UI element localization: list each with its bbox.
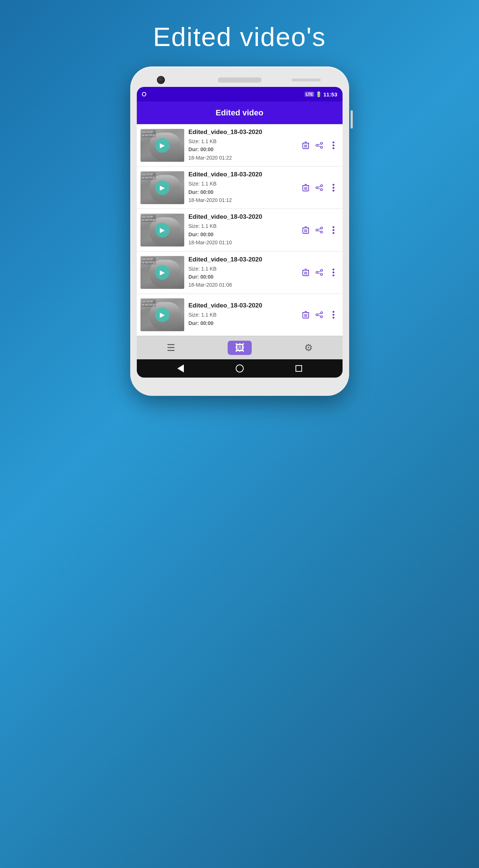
svg-point-25 [332,184,334,186]
video-list-item[interactable]: SS STOPM NOTIFIC ▶ Edited_video_18-03-20… [137,167,343,209]
thumb-overlay-text: SS STOPM NOTIFIC [142,257,156,264]
video-info: Edited_video_18-03-2020 Size: 1.1 KB Dur… [184,302,300,327]
video-name: Edited_video_18-03-2020 [189,256,298,263]
play-button[interactable]: ▶ [155,223,170,237]
video-thumbnail[interactable]: SS STOPM NOTIFIC ▶ [140,129,184,162]
action-icons-row [300,309,339,320]
svg-point-34 [320,227,322,229]
action-icons-row [300,267,339,278]
delete-button[interactable] [300,140,311,151]
recents-icon [295,365,302,372]
phone-camera [157,76,165,84]
status-bar: LTE 🔋 11:53 [137,87,343,102]
delete-button[interactable] [300,225,311,236]
svg-point-68 [332,314,334,316]
svg-point-26 [332,187,334,188]
nav-item-list[interactable]: ☰ [159,341,182,355]
video-list-item[interactable]: SS STOPM NOTIFIC ▶ Edited_video_18-03-20… [137,294,343,336]
video-thumbnail[interactable]: SS STOPM NOTIFIC ▶ [140,171,184,204]
video-info: Edited_video_18-03-2020 Size: 1.1 KB Dur… [184,171,300,204]
page-title: Edited video's [153,22,326,52]
status-right: LTE 🔋 11:53 [305,91,337,97]
bottom-nav: ☰ 🖼 ⚙ [137,336,343,359]
more-button[interactable] [328,267,339,278]
delete-button[interactable] [300,182,311,193]
lte-icon: LTE [305,92,314,97]
svg-point-12 [332,144,334,146]
svg-line-10 [317,146,320,147]
phone-top [137,77,343,83]
list-icon: ☰ [167,342,175,353]
video-meta: Size: 1.1 KB Dur: 00:00 18-Mar-2020 01:1… [189,180,298,204]
more-button[interactable] [328,182,339,193]
svg-point-49 [320,274,322,276]
gallery-icon: 🖼 [235,342,244,353]
recents-button[interactable] [295,365,302,372]
delete-button[interactable] [300,309,311,320]
back-icon [177,364,184,372]
svg-point-62 [320,311,322,314]
video-meta: Size: 1.1 KB Dur: 00:00 18-Mar-2020 01:0… [189,265,298,289]
share-button[interactable] [314,182,325,193]
back-button[interactable] [177,364,184,372]
svg-line-65 [317,313,320,314]
svg-point-40 [332,229,334,231]
svg-point-7 [320,146,322,148]
action-icons-row [300,225,339,236]
svg-line-66 [317,315,320,316]
video-name: Edited_video_18-03-2020 [189,171,298,178]
delete-button[interactable] [300,267,311,278]
nav-item-settings[interactable]: ⚙ [297,341,320,355]
video-thumbnail[interactable]: SS STOPM NOTIFIC ▶ [140,256,184,289]
nav-item-gallery[interactable]: 🖼 [228,341,252,355]
video-list-item[interactable]: SS STOPM NOTIFIC ▶ Edited_video_18-03-20… [137,209,343,251]
svg-point-41 [332,232,334,234]
more-button[interactable] [328,140,339,151]
video-actions [300,309,339,320]
video-info: Edited_video_18-03-2020 Size: 1.1 KB Dur… [184,213,300,246]
video-actions [300,182,339,193]
thumb-overlay-text: SS STOPM NOTIFIC [142,172,156,180]
video-thumbnail[interactable]: SS STOPM NOTIFIC ▶ [140,214,184,246]
app-header: Edited video [137,102,343,124]
more-button[interactable] [328,225,339,236]
video-name: Edited_video_18-03-2020 [189,213,298,221]
phone-screen: LTE 🔋 11:53 Edited video SS STOPM NOTIFI… [137,87,343,378]
share-button[interactable] [314,309,325,320]
svg-line-51 [317,271,320,272]
share-button[interactable] [314,267,325,278]
video-list: SS STOPM NOTIFIC ▶ Edited_video_18-03-20… [137,124,343,336]
video-meta: Size: 1.1 KB Dur: 00:00 [189,311,298,327]
share-button[interactable] [314,140,325,151]
video-info: Edited_video_18-03-2020 Size: 1.1 KB Dur… [184,256,300,289]
video-list-item[interactable]: SS STOPM NOTIFIC ▶ Edited_video_18-03-20… [137,124,343,167]
svg-point-67 [332,311,334,313]
video-actions [300,267,339,278]
phone-bottom [137,378,343,385]
play-button[interactable]: ▶ [155,138,170,153]
phone-speaker [218,77,262,83]
play-button[interactable]: ▶ [155,180,170,195]
home-button[interactable] [236,364,244,372]
svg-line-9 [317,144,320,145]
svg-point-21 [320,189,322,191]
svg-line-37 [317,229,320,230]
video-meta: Size: 1.1 KB Dur: 00:00 18-Mar-2020 01:2… [189,137,298,162]
share-button[interactable] [314,225,325,236]
video-thumbnail[interactable]: SS STOPM NOTIFIC ▶ [140,298,184,331]
thumb-overlay-text: SS STOPM NOTIFIC [142,130,156,137]
app-title: Edited video [216,108,263,117]
svg-point-36 [316,229,318,231]
play-button[interactable]: ▶ [155,265,170,280]
svg-point-27 [332,190,334,191]
battery-icon: 🔋 [316,91,322,97]
svg-point-35 [320,231,322,233]
svg-point-63 [320,316,322,318]
more-button[interactable] [328,309,339,320]
video-list-item[interactable]: SS STOPM NOTIFIC ▶ Edited_video_18-03-20… [137,252,343,294]
phone-earpiece [291,79,321,81]
svg-point-20 [320,185,322,187]
play-button[interactable]: ▶ [155,307,170,322]
android-nav-bar [137,359,343,378]
home-icon [236,364,244,372]
